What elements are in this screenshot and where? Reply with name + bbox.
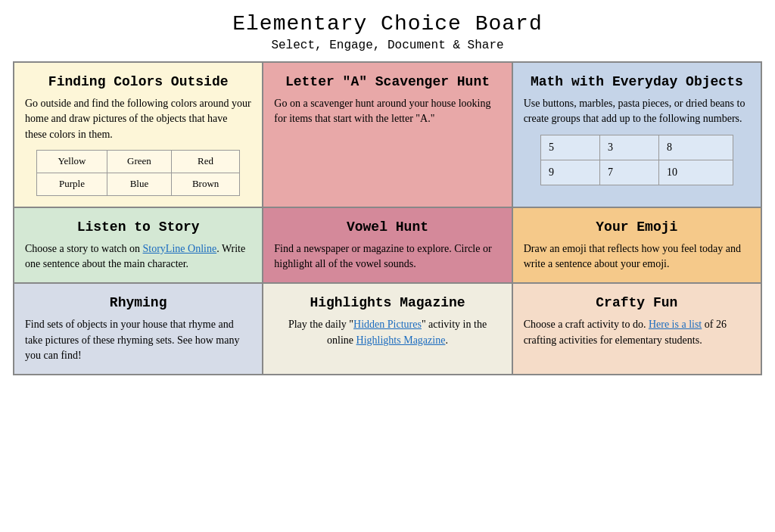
- num-8: 8: [659, 135, 733, 160]
- cell-finding-colors: Finding Colors Outside Go outside and fi…: [14, 62, 263, 207]
- color-green: Green: [107, 150, 172, 173]
- cell-listen-story-body-pre: Choose a story to watch on: [25, 243, 143, 254]
- cell-vowel-hunt: Vowel Hunt Find a newspaper or magazine …: [263, 207, 512, 284]
- cell-crafty-fun-body-pre: Choose a craft activity to do.: [524, 319, 649, 330]
- num-10: 10: [659, 160, 733, 185]
- cell-highlights-body-post: .: [445, 334, 448, 346]
- cell-finding-colors-title: Finding Colors Outside: [25, 72, 251, 92]
- cell-letter-a-body: Go on a scavenger hunt around your house…: [274, 98, 490, 124]
- color-purple: Purple: [36, 173, 107, 195]
- color-blue: Blue: [107, 173, 172, 195]
- cell-rhyming: Rhyming Find sets of objects in your hou…: [14, 283, 263, 375]
- cell-crafty-fun-title: Crafty Fun: [524, 293, 750, 313]
- cell-letter-a: Letter "A" Scavenger Hunt Go on a scaven…: [263, 62, 512, 207]
- cell-your-emoji-body: Draw an emoji that reflects how you feel…: [524, 243, 741, 269]
- color-red: Red: [171, 150, 240, 173]
- table-row: Yellow Green Red: [36, 150, 239, 173]
- cell-highlights: Highlights Magazine Play the daily "Hidd…: [263, 283, 512, 375]
- cell-vowel-hunt-title: Vowel Hunt: [274, 217, 500, 237]
- highlights-mag-link[interactable]: Highlights Magazine: [356, 334, 446, 346]
- cell-listen-story: Listen to Story Choose a story to watch …: [14, 207, 263, 284]
- cell-highlights-title: Highlights Magazine: [274, 293, 500, 313]
- table-row: 9 7 10: [541, 160, 733, 185]
- page-title: Elementary Choice Board: [232, 12, 542, 36]
- cell-letter-a-title: Letter "A" Scavenger Hunt: [274, 72, 500, 92]
- cell-your-emoji: Your Emoji Draw an emoji that reflects h…: [512, 207, 761, 284]
- num-3: 3: [600, 135, 659, 160]
- cell-listen-story-title: Listen to Story: [25, 217, 251, 237]
- color-yellow: Yellow: [36, 150, 107, 173]
- cell-highlights-body: Play the daily "Hidden Pictures" activit…: [288, 319, 487, 345]
- num-9: 9: [541, 160, 600, 185]
- cell-math: Math with Everyday Objects Use buttons, …: [512, 62, 761, 207]
- color-brown: Brown: [171, 173, 240, 195]
- cell-rhyming-body: Find sets of objects in your house that …: [25, 319, 239, 361]
- cell-crafty-fun: Crafty Fun Choose a craft activity to do…: [512, 283, 761, 375]
- cell-your-emoji-title: Your Emoji: [524, 217, 750, 237]
- cell-listen-story-body: Choose a story to watch on StoryLine Onl…: [25, 243, 245, 269]
- num-5: 5: [541, 135, 600, 160]
- choice-board-grid: Finding Colors Outside Go outside and fi…: [13, 61, 762, 375]
- cell-crafty-fun-body: Choose a craft activity to do. Here is a…: [524, 319, 727, 345]
- numbers-table: 5 3 8 9 7 10: [540, 135, 733, 186]
- cell-math-body: Use buttons, marbles, pasta pieces, or d…: [524, 98, 745, 124]
- cell-math-title: Math with Everyday Objects: [524, 72, 750, 92]
- hidden-pictures-link[interactable]: Hidden Pictures: [353, 319, 422, 330]
- cell-highlights-body-pre: Play the daily ": [288, 319, 353, 330]
- table-row: Purple Blue Brown: [36, 173, 239, 195]
- storyline-link[interactable]: StoryLine Online: [143, 243, 217, 254]
- table-row: 5 3 8: [541, 135, 733, 160]
- page-subtitle: Select, Engage, Document & Share: [271, 39, 503, 52]
- cell-rhyming-title: Rhyming: [25, 293, 251, 313]
- num-7: 7: [600, 160, 659, 185]
- crafty-list-link[interactable]: Here is a list: [649, 319, 702, 330]
- cell-vowel-hunt-body: Find a newspaper or magazine to explore.…: [274, 243, 491, 269]
- color-table: Yellow Green Red Purple Blue Brown: [36, 150, 240, 196]
- cell-finding-colors-body: Go outside and find the following colors…: [25, 98, 251, 140]
